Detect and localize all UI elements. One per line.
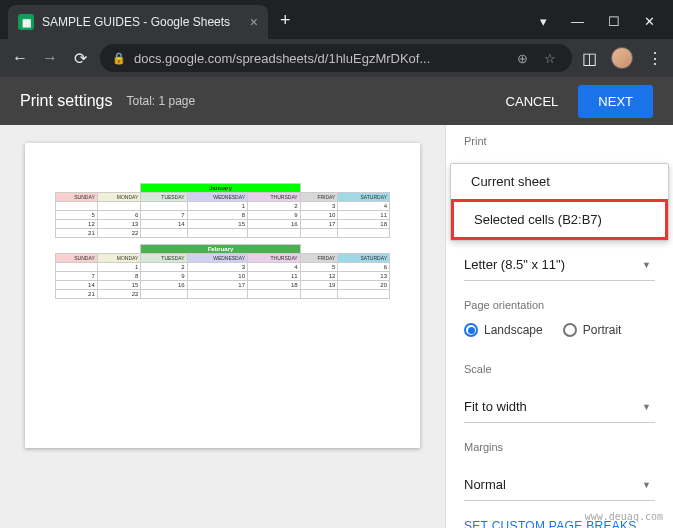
star-icon[interactable]: ☆: [540, 51, 560, 66]
close-tab-icon[interactable]: ×: [250, 14, 258, 30]
url-input[interactable]: 🔒 docs.google.com/spreadsheets/d/1hluEgz…: [100, 44, 572, 72]
cancel-button[interactable]: CANCEL: [492, 86, 573, 117]
calendar-january: January SUNDAYMONDAYTUESDAYWEDNESDAYTHUR…: [55, 183, 390, 238]
page-count: Total: 1 page: [126, 94, 195, 108]
option-current-sheet[interactable]: Current sheet: [451, 164, 668, 199]
url-text: docs.google.com/spreadsheets/d/1hluEgzMr…: [134, 51, 504, 66]
app-header: Print settings Total: 1 page CANCEL NEXT: [0, 77, 673, 125]
option-selected-cells[interactable]: Selected cells (B2:B7): [451, 199, 668, 240]
radio-landscape[interactable]: Landscape: [464, 323, 543, 337]
tab-title: SAMPLE GUIDES - Google Sheets: [42, 15, 242, 29]
watermark: www.deuaq.com: [585, 511, 663, 522]
caret-down-icon: ▼: [642, 260, 651, 270]
close-window-icon[interactable]: ✕: [644, 14, 655, 29]
print-preview: January SUNDAYMONDAYTUESDAYWEDNESDAYTHUR…: [0, 125, 445, 528]
new-tab-button[interactable]: +: [280, 10, 291, 31]
next-button[interactable]: NEXT: [578, 85, 653, 118]
radio-portrait[interactable]: Portrait: [563, 323, 622, 337]
preview-page: January SUNDAYMONDAYTUESDAYWEDNESDAYTHUR…: [25, 143, 420, 448]
zoom-icon[interactable]: ⊕: [512, 51, 532, 66]
margins-label: Margins: [464, 441, 655, 453]
print-label: Print: [464, 135, 655, 147]
back-icon[interactable]: ←: [10, 49, 30, 67]
sheets-icon: ▦: [18, 14, 34, 30]
caret-down-icon: ▼: [642, 402, 651, 412]
profile-avatar[interactable]: [611, 47, 633, 69]
window-controls: ▾ — ☐ ✕: [540, 14, 673, 39]
menu-icon[interactable]: ⋮: [647, 49, 663, 68]
print-dropdown[interactable]: Current sheet Selected cells (B2:B7): [450, 163, 669, 241]
maximize-icon[interactable]: ☐: [608, 14, 620, 29]
scale-dropdown[interactable]: Fit to width ▼: [464, 391, 655, 423]
lock-icon: 🔒: [112, 52, 126, 65]
calendar-february: February SUNDAYMONDAYTUESDAYWEDNESDAYTHU…: [55, 244, 390, 299]
caret-down-icon: ▼: [642, 480, 651, 490]
browser-tab[interactable]: ▦ SAMPLE GUIDES - Google Sheets ×: [8, 5, 268, 39]
paper-size-dropdown[interactable]: Letter (8.5" x 11") ▼: [464, 249, 655, 281]
address-bar: ← → ⟳ 🔒 docs.google.com/spreadsheets/d/1…: [0, 39, 673, 77]
forward-icon[interactable]: →: [40, 49, 60, 67]
extensions-icon[interactable]: ◫: [582, 49, 597, 68]
settings-sidebar: Print Current sheet Selected cells (B2:B…: [445, 125, 673, 528]
reload-icon[interactable]: ⟳: [70, 49, 90, 68]
orientation-label: Page orientation: [464, 299, 655, 311]
dropdown-icon[interactable]: ▾: [540, 14, 547, 29]
scale-label: Scale: [464, 363, 655, 375]
margins-dropdown[interactable]: Normal ▼: [464, 469, 655, 501]
window-titlebar: ▦ SAMPLE GUIDES - Google Sheets × + ▾ — …: [0, 0, 673, 39]
page-title: Print settings: [20, 92, 112, 110]
minimize-icon[interactable]: —: [571, 14, 584, 29]
